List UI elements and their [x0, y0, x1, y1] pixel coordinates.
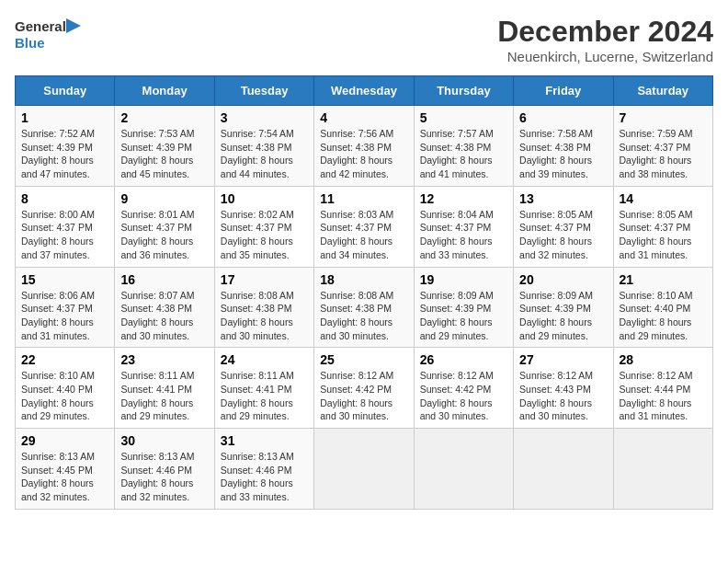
day-info: Sunrise: 8:08 AMSunset: 4:38 PMDaylight:… [320, 290, 393, 341]
day-info: Sunrise: 7:58 AMSunset: 4:38 PMDaylight:… [519, 128, 593, 179]
calendar-cell: 11Sunrise: 8:03 AMSunset: 4:37 PMDayligh… [314, 186, 414, 267]
day-number: 1 [21, 110, 108, 125]
calendar-cell: 1Sunrise: 7:52 AMSunset: 4:39 PMDaylight… [16, 106, 115, 187]
day-info: Sunrise: 7:52 AMSunset: 4:39 PMDaylight:… [21, 128, 95, 179]
calendar-cell [514, 429, 613, 510]
calendar-cell [314, 429, 414, 510]
day-info: Sunrise: 8:04 AMSunset: 4:37 PMDaylight:… [420, 209, 494, 260]
day-number: 16 [120, 272, 208, 287]
day-number: 30 [120, 433, 208, 448]
calendar-cell: 19Sunrise: 8:09 AMSunset: 4:39 PMDayligh… [414, 267, 513, 348]
day-info: Sunrise: 8:12 AMSunset: 4:42 PMDaylight:… [320, 370, 393, 421]
day-number: 7 [620, 110, 707, 125]
day-number: 15 [21, 272, 108, 287]
day-number: 9 [120, 191, 208, 206]
svg-text:General: General [15, 18, 66, 34]
logo: General Blue [15, 15, 88, 56]
calendar-cell: 5Sunrise: 7:57 AMSunset: 4:38 PMDaylight… [414, 106, 513, 187]
calendar-header-row: SundayMondayTuesdayWednesdayThursdayFrid… [16, 76, 713, 106]
day-info: Sunrise: 8:09 AMSunset: 4:39 PMDaylight:… [420, 290, 494, 341]
calendar-cell [414, 429, 513, 510]
day-info: Sunrise: 8:12 AMSunset: 4:42 PMDaylight:… [420, 370, 494, 421]
day-info: Sunrise: 8:11 AMSunset: 4:41 PMDaylight:… [120, 370, 194, 421]
day-number: 10 [221, 191, 308, 206]
day-number: 13 [519, 191, 607, 206]
day-info: Sunrise: 8:09 AMSunset: 4:39 PMDaylight:… [519, 290, 593, 341]
day-number: 26 [420, 352, 507, 367]
day-info: Sunrise: 8:13 AMSunset: 4:45 PMDaylight:… [21, 451, 95, 502]
day-info: Sunrise: 8:06 AMSunset: 4:37 PMDaylight:… [21, 290, 95, 341]
day-info: Sunrise: 8:12 AMSunset: 4:44 PMDaylight:… [620, 370, 693, 421]
day-number: 3 [221, 110, 308, 125]
calendar-cell: 14Sunrise: 8:05 AMSunset: 4:37 PMDayligh… [613, 186, 712, 267]
calendar-cell: 15Sunrise: 8:06 AMSunset: 4:37 PMDayligh… [16, 267, 115, 348]
main-title: December 2024 [497, 15, 713, 49]
page-header: General Blue December 2024 Neuenkirch, L… [15, 15, 713, 64]
day-info: Sunrise: 8:00 AMSunset: 4:37 PMDaylight:… [21, 209, 95, 260]
header-sunday: Sunday [16, 76, 115, 106]
day-info: Sunrise: 8:01 AMSunset: 4:37 PMDaylight:… [120, 209, 194, 260]
day-info: Sunrise: 7:56 AMSunset: 4:38 PMDaylight:… [320, 128, 393, 179]
calendar-cell: 24Sunrise: 8:11 AMSunset: 4:41 PMDayligh… [214, 348, 313, 429]
day-number: 23 [120, 352, 208, 367]
week-row-5: 29Sunrise: 8:13 AMSunset: 4:45 PMDayligh… [16, 429, 713, 510]
day-number: 24 [221, 352, 308, 367]
day-number: 21 [620, 272, 707, 287]
day-info: Sunrise: 8:08 AMSunset: 4:38 PMDaylight:… [221, 290, 294, 341]
calendar-cell: 16Sunrise: 8:07 AMSunset: 4:38 PMDayligh… [115, 267, 214, 348]
calendar-table: SundayMondayTuesdayWednesdayThursdayFrid… [15, 75, 713, 510]
day-number: 31 [221, 433, 308, 448]
day-info: Sunrise: 7:59 AMSunset: 4:37 PMDaylight:… [620, 128, 693, 179]
week-row-2: 8Sunrise: 8:00 AMSunset: 4:37 PMDaylight… [16, 186, 713, 267]
calendar-cell: 18Sunrise: 8:08 AMSunset: 4:38 PMDayligh… [314, 267, 414, 348]
calendar-cell: 4Sunrise: 7:56 AMSunset: 4:38 PMDaylight… [314, 106, 414, 187]
day-info: Sunrise: 8:10 AMSunset: 4:40 PMDaylight:… [620, 290, 693, 341]
svg-text:Blue: Blue [15, 35, 45, 51]
calendar-cell: 2Sunrise: 7:53 AMSunset: 4:39 PMDaylight… [115, 106, 214, 187]
header-friday: Friday [514, 76, 613, 106]
calendar-cell [613, 429, 712, 510]
calendar-cell: 25Sunrise: 8:12 AMSunset: 4:42 PMDayligh… [314, 348, 414, 429]
calendar-cell: 10Sunrise: 8:02 AMSunset: 4:37 PMDayligh… [214, 186, 313, 267]
calendar-cell: 21Sunrise: 8:10 AMSunset: 4:40 PMDayligh… [613, 267, 712, 348]
calendar-cell: 12Sunrise: 8:04 AMSunset: 4:37 PMDayligh… [414, 186, 513, 267]
day-number: 28 [620, 352, 707, 367]
header-wednesday: Wednesday [314, 76, 414, 106]
day-number: 2 [120, 110, 208, 125]
calendar-cell: 23Sunrise: 8:11 AMSunset: 4:41 PMDayligh… [115, 348, 214, 429]
subtitle: Neuenkirch, Lucerne, Switzerland [497, 49, 713, 64]
day-info: Sunrise: 7:53 AMSunset: 4:39 PMDaylight:… [120, 128, 194, 179]
day-number: 22 [21, 352, 108, 367]
day-info: Sunrise: 8:07 AMSunset: 4:38 PMDaylight:… [120, 290, 194, 341]
calendar-cell: 30Sunrise: 8:13 AMSunset: 4:46 PMDayligh… [115, 429, 214, 510]
week-row-3: 15Sunrise: 8:06 AMSunset: 4:37 PMDayligh… [16, 267, 713, 348]
day-number: 20 [519, 272, 607, 287]
week-row-4: 22Sunrise: 8:10 AMSunset: 4:40 PMDayligh… [16, 348, 713, 429]
calendar-cell: 27Sunrise: 8:12 AMSunset: 4:43 PMDayligh… [514, 348, 613, 429]
title-area: December 2024 Neuenkirch, Lucerne, Switz… [497, 15, 713, 64]
calendar-cell: 29Sunrise: 8:13 AMSunset: 4:45 PMDayligh… [16, 429, 115, 510]
calendar-cell: 13Sunrise: 8:05 AMSunset: 4:37 PMDayligh… [514, 186, 613, 267]
day-info: Sunrise: 7:57 AMSunset: 4:38 PMDaylight:… [420, 128, 494, 179]
header-thursday: Thursday [414, 76, 513, 106]
calendar-cell: 6Sunrise: 7:58 AMSunset: 4:38 PMDaylight… [514, 106, 613, 187]
svg-marker-1 [66, 18, 81, 33]
header-saturday: Saturday [613, 76, 712, 106]
day-number: 12 [420, 191, 507, 206]
day-number: 19 [420, 272, 507, 287]
day-info: Sunrise: 7:54 AMSunset: 4:38 PMDaylight:… [221, 128, 294, 179]
calendar-cell: 7Sunrise: 7:59 AMSunset: 4:37 PMDaylight… [613, 106, 712, 187]
day-info: Sunrise: 8:13 AMSunset: 4:46 PMDaylight:… [120, 451, 194, 502]
calendar-cell: 20Sunrise: 8:09 AMSunset: 4:39 PMDayligh… [514, 267, 613, 348]
day-info: Sunrise: 8:11 AMSunset: 4:41 PMDaylight:… [221, 370, 294, 421]
calendar-cell: 17Sunrise: 8:08 AMSunset: 4:38 PMDayligh… [214, 267, 313, 348]
calendar-cell: 31Sunrise: 8:13 AMSunset: 4:46 PMDayligh… [214, 429, 313, 510]
calendar-cell: 22Sunrise: 8:10 AMSunset: 4:40 PMDayligh… [16, 348, 115, 429]
calendar-cell: 26Sunrise: 8:12 AMSunset: 4:42 PMDayligh… [414, 348, 513, 429]
day-number: 25 [320, 352, 407, 367]
day-number: 11 [320, 191, 407, 206]
day-info: Sunrise: 8:13 AMSunset: 4:46 PMDaylight:… [221, 451, 294, 502]
header-monday: Monday [115, 76, 214, 106]
day-info: Sunrise: 8:05 AMSunset: 4:37 PMDaylight:… [620, 209, 693, 260]
day-number: 6 [519, 110, 607, 125]
